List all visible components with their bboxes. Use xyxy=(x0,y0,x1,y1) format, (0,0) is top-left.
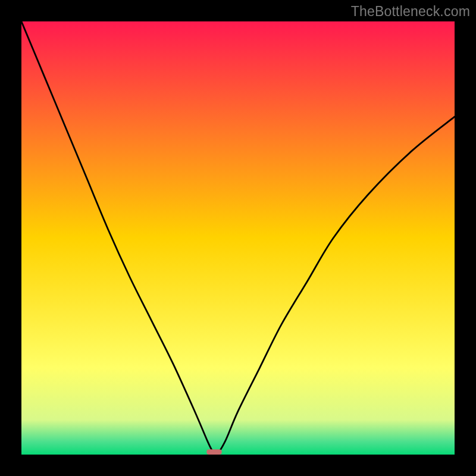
watermark-text: TheBottleneck.com xyxy=(351,4,470,20)
minimum-marker xyxy=(206,449,221,455)
chart-background xyxy=(21,21,455,455)
plot-area xyxy=(21,21,455,455)
chart-container: TheBottleneck.com xyxy=(0,0,476,476)
bottleneck-chart xyxy=(21,21,455,455)
